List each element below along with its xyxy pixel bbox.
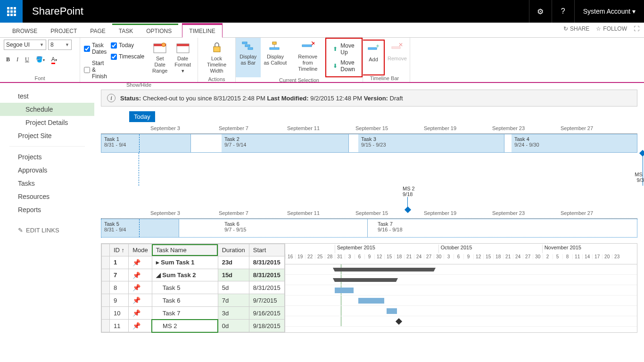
chk-task-dates[interactable]: Task Dates [84,42,107,55]
fill-color-button[interactable]: 🪣▾ [33,55,47,65]
lock-timeline-width-button[interactable]: Lock Timeline Width [202,40,231,76]
date-format-button[interactable]: Date Format ▾ [172,40,194,76]
col-id[interactable]: ID ↑ [110,244,129,256]
group-cursel-label: Current Selection [236,77,363,83]
gantt-chart[interactable]: September 2015 October 2015 November 201… [285,244,637,332]
nav-schedule[interactable]: Schedule [0,103,94,116]
timeline-bar-task2[interactable]: Task 29/7 - 9/14 [222,134,349,152]
edit-links-button[interactable]: ✎EDIT LINKS [0,224,94,237]
display-as-bar-button[interactable]: Display as Bar [236,38,261,77]
font-name-dropdown[interactable]: Segoe UI▼ [4,40,46,50]
col-name[interactable]: Task Name [152,244,218,256]
timeline-bar-task1[interactable]: Task 18/31 - 9/4 [101,134,191,152]
nav-projects[interactable]: Projects [0,150,94,164]
table-row[interactable]: 1📌▸ Sum Task 123d8/31/2015 [102,256,285,269]
tab-task[interactable]: TASK [112,25,140,37]
timeline-bar-task7[interactable]: Task 79/16 - 9/18 [375,219,637,237]
col-duration[interactable]: Duration [218,244,249,256]
table-row[interactable]: 10📌 Task 73d9/16/2015 [102,307,285,320]
gantt-day: 19 [295,254,305,259]
timeline-row-1[interactable]: Task 18/31 - 9/4 Task 29/7 - 9/14 Task 3… [101,134,637,153]
col-mode[interactable]: Mode [129,244,152,256]
tab-timeline[interactable]: TIMELINE [182,25,222,38]
diamond-icon [639,150,644,156]
pencil-icon: ✎ [18,227,23,234]
gantt-day: 16 [285,254,295,259]
settings-button[interactable]: ⚙ [529,0,552,23]
gantt-bar-task6[interactable] [358,298,384,304]
timeline-bar-task6[interactable]: Task 69/7 - 9/15 [222,219,368,237]
group-actions-label: Actions [202,76,231,82]
gantt-summary-1[interactable] [335,268,434,272]
tab-browse[interactable]: BROWSE [6,25,44,37]
col-start[interactable]: Start [249,244,284,256]
nav-tasks[interactable]: Tasks [0,177,94,190]
table-row[interactable]: 9📌 Task 67d9/7/2015 [102,294,285,307]
gantt-summary-2[interactable] [335,278,396,282]
svg-rect-12 [302,45,312,47]
waffle-icon [7,7,16,16]
ribbon: Segoe UI▼ 8▼ B I U 🪣▾ A▾ Font Task Dates… [0,38,644,83]
add-timeline-bar-button[interactable]: ＋ Add [363,40,385,75]
app-launcher[interactable] [0,0,23,23]
help-button[interactable]: ? [552,0,574,23]
gear-icon: ⚙ [537,7,544,16]
milestone-ms2[interactable]: MS 2 9/18 [403,186,415,208]
modified-label: Last Modified: [267,95,308,102]
gantt-bar-task7[interactable] [387,308,397,314]
italic-button[interactable]: I [14,55,21,65]
remove-from-timeline-button[interactable]: ✕ Remove from Timeline [290,38,325,77]
share-button[interactable]: ↻SHARE [563,25,589,32]
gantt-day: 27 [424,254,434,259]
gantt-day: 8 [562,254,572,259]
account-menu[interactable]: System Account ▾ [574,0,644,23]
table-row[interactable]: 7📌◢ Sum Task 215d8/31/2015 [102,269,285,281]
nav-project-site[interactable]: Project Site [0,129,94,142]
timeline-bar-task3[interactable]: Task 39/15 - 9/23 [358,134,504,152]
task-table[interactable]: ID ↑ Mode Task Name Duration Start 1📌▸ S… [101,244,285,332]
version-text: Draft [388,95,403,102]
group-tlbar-label: Timeline Bar [363,75,406,81]
chk-today[interactable]: Today [111,42,144,49]
tab-project[interactable]: PROJECT [44,25,83,37]
display-as-callout-button[interactable]: Display as Callout [261,38,290,77]
nav-resources[interactable]: Resources [0,190,94,203]
timeline-bar-task4[interactable]: Task 49/24 - 9/30 [512,134,637,152]
chk-start-finish[interactable]: Start & Finish [84,60,107,80]
bold-button[interactable]: B [4,55,12,65]
gantt-day: 11 [572,254,582,259]
timeline-bar-task5[interactable]: Task 58/31 - 9/4 [101,219,179,237]
lock-icon [209,41,224,54]
move-down-button[interactable]: ⬇Move Down [330,58,358,74]
mode-icon: 📌 [132,322,140,329]
follow-button[interactable]: ☆FOLLOW [596,25,627,32]
underline-button[interactable]: U [23,55,32,65]
set-date-range-button[interactable]: Set Date Range [148,40,172,76]
table-row[interactable]: 11📌 MS 20d9/18/2015 [102,320,285,332]
tab-options[interactable]: OPTIONS [140,25,178,37]
timeline-axis-2: September 3 September 7 September 11 Sep… [101,209,637,219]
table-row[interactable]: 8📌 Task 55d8/31/2015 [102,281,285,294]
move-up-button[interactable]: ⬆Move Up [330,41,358,58]
gantt-bar-task5[interactable] [335,288,354,293]
remove-timeline-bar-button[interactable]: ✕ Remove [385,40,410,75]
share-label: SHARE [570,25,589,32]
font-size-dropdown[interactable]: 8▼ [48,40,72,50]
nav-reports[interactable]: Reports [0,203,94,216]
timeline-row-2[interactable]: Task 58/31 - 9/4 Task 69/7 - 9/15 Task 7… [101,219,637,238]
milestone-ms1[interactable]: MS 1 9/30 [635,172,644,183]
font-color-button[interactable]: A▾ [49,55,59,65]
nav-test[interactable]: test [0,90,94,103]
gantt-milestone-ms2[interactable] [396,318,402,325]
gantt-day: 18 [394,254,404,259]
gantt-day: 6 [454,254,463,259]
gantt-day: 17 [592,254,602,259]
tab-page[interactable]: PAGE [83,25,112,37]
chk-timescale[interactable]: Timescale [111,53,144,60]
gantt-day: 3 [345,254,355,259]
fullscreen-button[interactable]: ⛶ [634,25,639,32]
group-showhide-label: Show/Hide [84,82,194,88]
nav-approvals[interactable]: Approvals [0,164,94,177]
gantt-day: 20 [602,254,612,259]
nav-project-details[interactable]: Project Details [0,116,94,129]
